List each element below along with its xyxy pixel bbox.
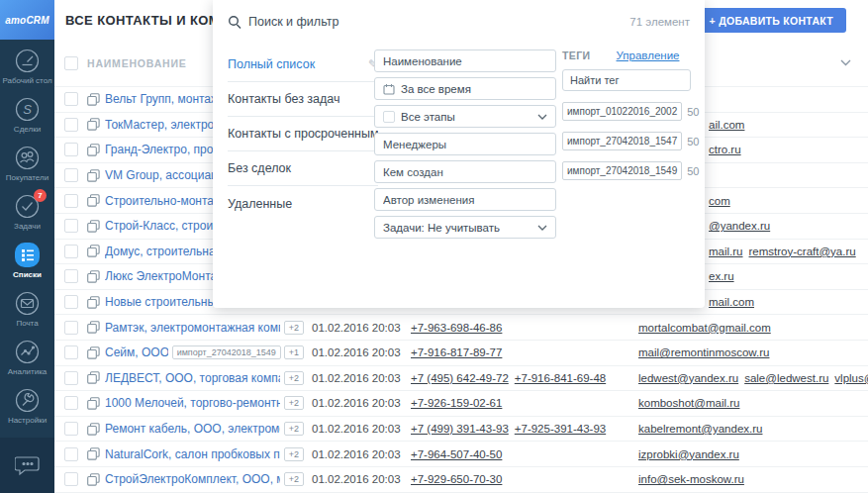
preset-contacts-without-tasks[interactable]: Контакты без задач [228,82,378,117]
amocrm-logo[interactable]: amoCRM [0,0,54,40]
email-link[interactable]: sale@ledwest.ru [744,372,828,384]
more-tags-chip[interactable]: +2 [284,447,304,461]
tag-chip[interactable]: импорт_01022016_2002 [562,102,682,121]
row-checkbox[interactable] [64,396,78,410]
more-tags-chip[interactable]: +2 [284,321,304,335]
email-link[interactable]: ex.ru [709,270,734,282]
table-settings-chevron-icon[interactable] [840,59,851,66]
contact-name-link[interactable]: Рамтэк, электромонтажная компания [105,321,280,335]
name-filter-field[interactable] [374,49,556,72]
tag-chip[interactable]: импорт_27042018_1547 [562,132,682,150]
sidebar-item-deals[interactable]: S Сделки [0,96,54,145]
table-row: СтройЭлектроКомплект, ООО, монтажная+201… [54,467,868,493]
search-filter-panel: Поиск и фильтр 71 элемент Полный список … [213,0,705,308]
row-checkbox[interactable] [64,269,78,283]
tasks-filter-select[interactable]: Задачи: Не учитывать [374,216,556,239]
email-link[interactable]: komboshot@mail.ru [638,397,739,409]
phone-link[interactable]: +7-926-159-02-61 [411,397,502,409]
name-filter-input[interactable] [383,55,547,67]
stages-checkbox[interactable] [383,111,395,123]
row-checkbox[interactable] [64,118,78,132]
row-checkbox[interactable] [64,92,78,106]
add-contact-button[interactable]: + ДОБАВИТЬ КОНТАКТ [697,8,846,33]
managers-filter-input[interactable] [383,139,547,150]
contact-name-link[interactable]: NaturalCork, салон пробковых покрытий [105,447,280,461]
created-by-filter-field[interactable] [374,160,556,183]
support-chat-button[interactable] [0,438,54,493]
row-checkbox[interactable] [64,447,78,461]
deals-icon: S [14,96,41,123]
more-tags-chip[interactable]: +2 [284,422,304,436]
contact-name-link[interactable]: СтройЭлектроКомплект, ООО, монтажная [105,472,280,486]
email-link[interactable]: ail.com [709,119,744,131]
row-checkbox[interactable] [64,345,78,359]
email-link[interactable]: mail.ru [709,246,743,257]
row-checkbox[interactable] [64,472,78,486]
row-checkbox[interactable] [64,371,78,385]
email-link[interactable]: info@sek-moskow.ru [638,473,744,485]
phone-cell: +7-926-159-02-61 [411,397,638,409]
sidebar-item-tasks[interactable]: 7 Задачи [0,193,54,242]
contact-name-link[interactable]: Ремонт кабель, ООО, электромонтажная к [105,422,280,436]
phone-link[interactable]: +7-916-817-89-77 [411,346,502,358]
row-checkbox[interactable] [64,219,78,233]
more-tags-chip[interactable]: +1 [284,345,304,359]
more-tags-chip[interactable]: +2 [284,396,304,410]
sidebar-item-buyers[interactable]: Покупатели [0,145,54,193]
select-all-checkbox[interactable] [64,56,78,70]
email-link[interactable]: mortalcombat@gmail.com [638,322,771,334]
email-link[interactable]: remstroy-craft@ya.ru [749,246,856,257]
contact-name-link[interactable]: 1000 Мелочей, торгово-ремонтная компа [105,396,280,410]
table-row: Ремонт кабель, ООО, электромонтажная к+2… [54,417,868,443]
sidebar-item-settings[interactable]: Настройки [0,387,54,436]
modified-by-filter-field[interactable] [374,188,556,211]
row-checkbox[interactable] [64,194,78,208]
tag-search-input[interactable] [562,69,691,91]
sidebar-item-lists[interactable]: Списки [0,242,54,290]
row-checkbox[interactable] [64,168,78,182]
tag-chip[interactable]: импорт_27042018_1549 [562,161,682,180]
modified-by-filter-input[interactable] [383,194,547,206]
more-tags-chip[interactable]: +2 [284,472,304,486]
elements-count: 71 элемент [629,16,690,28]
preset-deleted[interactable]: Удаленные [228,186,378,221]
email-link[interactable]: mail@remontinmoscow.ru [638,346,769,358]
row-checkbox[interactable] [64,245,78,258]
email-link[interactable]: kabelremont@yandex.ru [638,423,762,435]
email-link[interactable]: vlplus@yan [834,372,868,384]
phone-link[interactable]: +7-925-391-43-93 [515,423,606,435]
email-link[interactable]: mail.com [709,296,754,308]
row-checkbox[interactable] [64,321,78,335]
preset-contacts-overdue[interactable]: Контакты с просроченным... [228,117,378,151]
email-link[interactable]: ledwest@yandex.ru [638,372,738,384]
row-checkbox[interactable] [64,143,78,156]
search-and-filter[interactable]: Поиск и фильтр [228,15,338,29]
row-checkbox[interactable] [64,422,78,436]
email-link[interactable]: izprobki@yandex.ru [638,448,739,460]
phone-link[interactable]: +7-916-841-69-48 [515,372,606,384]
row-tag-chip[interactable]: импорт_27042018_1549 [172,345,281,359]
tags-manage-link[interactable]: Управление [617,49,680,61]
phone-link[interactable]: +7 (499) 391-43-93 [411,423,509,435]
lists-icon [14,242,41,268]
period-filter-field[interactable]: За все время [374,77,556,100]
email-link[interactable]: com [709,195,730,207]
preset-full-list[interactable]: Полный список ✎ [228,48,378,82]
phone-link[interactable]: +7-929-650-70-30 [411,473,502,485]
sidebar-item-mail[interactable]: Почта [0,290,54,339]
preset-without-deals[interactable]: Без сделок [228,151,378,186]
stages-filter-select[interactable]: Все этапы [374,105,556,128]
phone-link[interactable]: +7-963-698-46-86 [411,322,502,334]
phone-link[interactable]: +7 (495) 642-49-72 [411,372,509,384]
row-checkbox[interactable] [64,295,78,309]
email-link[interactable]: @yandex.ru [709,220,770,232]
contact-name-link[interactable]: Сейм, ООО [105,345,168,359]
sidebar-item-desktop[interactable]: Рабочий стол [0,48,54,96]
contact-name-link[interactable]: ЛЕДВЕСТ, ООО, торговая компания [105,371,280,385]
managers-filter-field[interactable] [374,133,556,155]
phone-link[interactable]: +7-964-507-40-50 [411,448,502,460]
sidebar-item-analytics[interactable]: Аналитика [0,339,54,387]
email-link[interactable]: ctro.ru [709,144,741,155]
created-by-filter-input[interactable] [383,166,547,178]
more-tags-chip[interactable]: +2 [284,371,304,385]
